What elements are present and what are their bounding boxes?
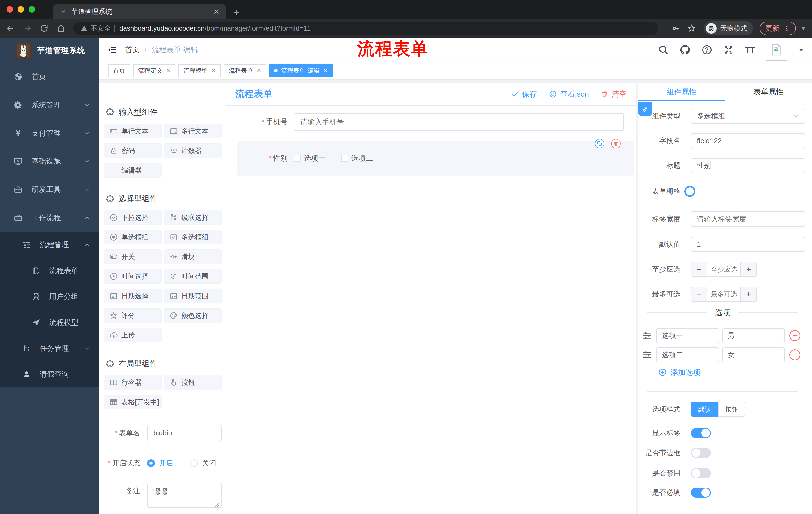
fullscreen-icon[interactable] [723, 44, 734, 55]
component-type-select[interactable]: 多选框组 [691, 109, 805, 124]
tag-process-form-edit[interactable]: 流程表单-编辑✕ [269, 64, 332, 77]
palette-item-password[interactable]: 密码 [104, 143, 162, 158]
close-tab-icon[interactable]: ✕ [213, 7, 220, 16]
new-tab-button[interactable]: + [233, 7, 240, 18]
decrease-button[interactable]: − [691, 262, 707, 276]
palette-item-slider[interactable]: 滑块 [164, 249, 222, 264]
caret-down-icon[interactable] [798, 47, 805, 53]
drag-handle-icon[interactable] [642, 349, 653, 360]
bookmark-star-icon[interactable] [687, 24, 696, 33]
palette-item-upload[interactable]: 上传 [104, 328, 162, 343]
font-size-icon[interactable]: TT [745, 45, 755, 55]
sidebar-item-process-form[interactable]: 流程表单 [0, 258, 99, 283]
decrease-button[interactable]: − [691, 287, 707, 301]
max-select-input[interactable] [707, 287, 741, 301]
palette-item-counter[interactable]: 123计数器 [164, 143, 222, 158]
add-option-button[interactable]: 添加选项 [658, 368, 806, 377]
copy-component-button[interactable] [595, 139, 605, 148]
palette-item-table[interactable]: 表格[开发中] [104, 395, 162, 409]
caret-down-icon[interactable]: ▼ [801, 25, 807, 32]
min-select-input[interactable] [707, 262, 741, 276]
checkbox[interactable] [294, 155, 301, 162]
option-1-label-input[interactable] [656, 328, 719, 343]
sidebar-item-process-model[interactable]: 流程模型 [0, 309, 99, 335]
address-bar[interactable]: 不安全 dashboard.yudao.iocoder.cn/bpm/manag… [74, 22, 658, 35]
phone-input[interactable] [294, 113, 624, 131]
sidebar-item-workflow[interactable]: 工作流程 [0, 204, 99, 232]
sidebar-item-system[interactable]: 系统管理 [0, 91, 99, 119]
tab-component-props[interactable]: 组件属性 [638, 83, 725, 101]
sidebar-item-devtools[interactable]: 研发工具 [0, 175, 99, 204]
checkbox[interactable] [341, 155, 348, 162]
sidebar-logo[interactable]: 芋道管理系统 [0, 38, 99, 63]
github-icon[interactable] [679, 44, 691, 56]
palette-item-rate[interactable]: 评分 [104, 308, 162, 323]
phone-field[interactable]: *手机号 [226, 113, 624, 131]
palette-item-color[interactable]: 颜色选择 [164, 308, 222, 323]
palette-item-cascader[interactable]: 级联选择 [164, 210, 222, 225]
sidebar-item-process-mgmt[interactable]: 流程管理 [0, 232, 99, 258]
title-input[interactable] [691, 158, 805, 173]
palette-item-switch[interactable]: 开关 [104, 249, 162, 264]
delete-component-button[interactable] [611, 139, 620, 148]
link-tab[interactable] [638, 102, 652, 116]
update-button[interactable]: 更新 [760, 22, 796, 35]
form-name-input[interactable] [147, 425, 222, 441]
view-json-button[interactable]: 查看json [549, 89, 589, 99]
palette-item-date[interactable]: 日期选择 [104, 289, 162, 303]
back-icon[interactable] [5, 24, 15, 33]
browser-tab[interactable]: 芋道管理系统 ✕ [53, 4, 226, 19]
show-label-toggle[interactable] [691, 428, 711, 438]
tag-process-model[interactable]: 流程模型✕ [178, 64, 221, 77]
label-width-input[interactable] [691, 212, 805, 226]
status-off-radio[interactable]: 关闭 [191, 458, 216, 468]
status-on-radio[interactable]: 开启 [147, 458, 173, 468]
sidebar-toggle-icon[interactable] [107, 45, 118, 55]
minimize-window-button[interactable] [18, 6, 24, 12]
style-button-button[interactable]: 按钮 [718, 402, 745, 417]
required-toggle[interactable] [691, 488, 711, 498]
forward-icon[interactable] [23, 24, 32, 33]
default-value-input[interactable] [691, 237, 805, 252]
zoom-window-button[interactable] [29, 6, 35, 12]
option-1-value-input[interactable] [722, 328, 785, 343]
palette-item-time-range[interactable]: 时间范围 [164, 269, 222, 283]
sidebar-item-infra[interactable]: 基础设施 [0, 147, 99, 175]
save-button[interactable]: 保存 [511, 89, 537, 99]
palette-item-radio-group[interactable]: 单选框组 [104, 230, 162, 244]
close-icon[interactable]: ✕ [257, 67, 261, 74]
slider-handle[interactable] [685, 186, 695, 197]
palette-item-select[interactable]: 下拉选择 [104, 210, 162, 225]
sidebar-item-leave-query[interactable]: 请假查询 [0, 361, 99, 387]
palette-item-time[interactable]: 时间选择 [104, 269, 162, 283]
close-window-button[interactable] [6, 6, 13, 12]
tag-process-definition[interactable]: 流程定义✕ [133, 64, 175, 77]
gender-option-1[interactable]: 选项一 [294, 154, 326, 163]
increase-button[interactable]: + [741, 287, 756, 301]
palette-item-row-container[interactable]: 行容器 [104, 375, 162, 390]
remove-option-button[interactable]: − [789, 330, 801, 341]
sidebar-item-user-group[interactable]: 用户分组 [0, 283, 99, 309]
selected-component-gender[interactable]: *性别 选项一 选项二 [237, 141, 634, 176]
disabled-toggle[interactable] [691, 468, 711, 478]
close-icon[interactable]: ✕ [211, 67, 215, 74]
palette-item-textarea[interactable]: 多行文本 [164, 124, 222, 138]
key-icon[interactable] [671, 24, 680, 33]
palette-item-date-range[interactable]: 日期范围 [164, 289, 222, 303]
tab-form-props[interactable]: 表单属性 [725, 83, 812, 101]
border-toggle[interactable] [691, 448, 711, 458]
palette-item-checkbox-group[interactable]: 多选框组 [164, 230, 222, 244]
tag-home[interactable]: 首页 [108, 64, 130, 77]
style-default-button[interactable]: 默认 [691, 402, 718, 417]
clear-button[interactable]: 清空 [601, 89, 627, 99]
field-name-input[interactable] [691, 133, 805, 148]
gender-option-2[interactable]: 选项二 [341, 154, 373, 163]
resize-handle[interactable] [215, 503, 220, 507]
drag-handle-icon[interactable] [642, 330, 653, 341]
increase-button[interactable]: + [741, 262, 756, 276]
avatar[interactable] [766, 39, 787, 61]
option-2-label-input[interactable] [656, 347, 719, 362]
reload-icon[interactable] [40, 24, 49, 33]
form-remark-textarea[interactable]: 嘿嘿 [147, 483, 222, 508]
palette-item-button[interactable]: 按钮 [164, 375, 222, 390]
